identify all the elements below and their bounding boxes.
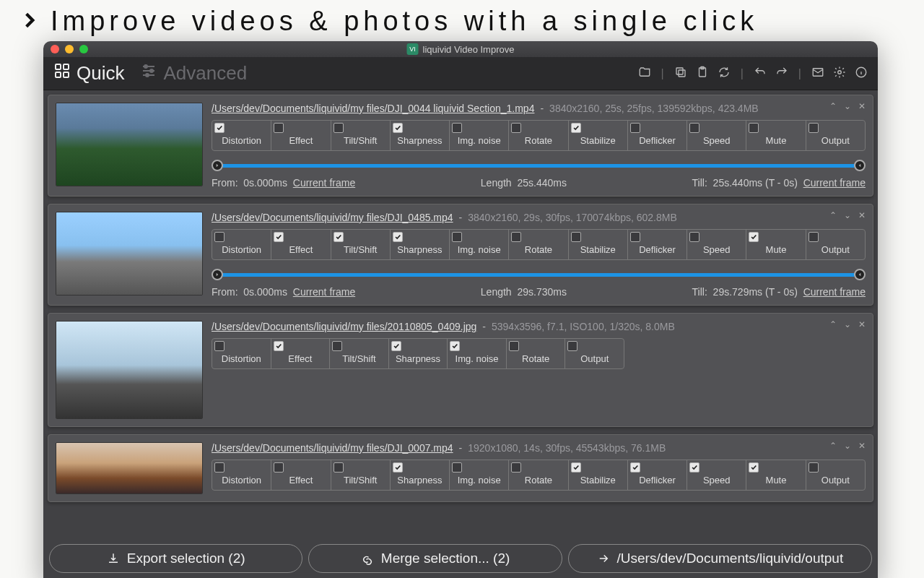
checkbox[interactable] (808, 462, 819, 473)
checkbox[interactable] (808, 123, 819, 133)
timeline[interactable] (212, 269, 866, 280)
option-effect[interactable]: Effect (271, 460, 331, 490)
option-imgnoise[interactable]: Img. noise (450, 460, 509, 490)
close-icon[interactable]: ✕ (858, 101, 866, 111)
timeline-handle-end[interactable] (854, 269, 866, 280)
option-sharpness[interactable]: Sharpness (391, 121, 450, 150)
checkbox[interactable] (214, 341, 225, 351)
option-speed[interactable]: Speed (687, 121, 746, 150)
option-deflicker[interactable]: Deflicker (628, 230, 687, 259)
option-tiltshift[interactable]: Tilt/Shift (331, 230, 391, 259)
checkbox[interactable] (689, 123, 699, 133)
option-effect[interactable]: Effect (271, 230, 331, 259)
paste-icon[interactable] (696, 66, 709, 82)
option-tiltshift[interactable]: Tilt/Shift (331, 460, 391, 490)
option-imgnoise[interactable]: Img. noise (450, 121, 509, 150)
option-stabilize[interactable]: Stabilize (569, 230, 628, 259)
checkbox[interactable] (749, 123, 759, 133)
timeline-handle-start[interactable] (212, 160, 223, 171)
tab-advanced[interactable]: Advanced (140, 62, 247, 85)
option-rotate[interactable]: Rotate (509, 121, 568, 150)
zoom-window-icon[interactable] (79, 45, 88, 53)
checkbox[interactable] (452, 462, 462, 473)
option-tiltshift[interactable]: Tilt/Shift (330, 339, 389, 368)
current-frame-link[interactable]: Current frame (803, 286, 866, 298)
thumbnail[interactable] (56, 442, 203, 494)
option-effect[interactable]: Effect (271, 121, 331, 150)
media-card[interactable]: ⌃ ⌄ ✕ /Users/dev/Documents/liquivid/my f… (48, 313, 873, 427)
redo-icon[interactable] (775, 66, 788, 82)
folder-open-icon[interactable] (638, 66, 651, 82)
media-card[interactable]: ⌃ ⌄ ✕ /Users/dev/Documents/liquivid/my f… (48, 204, 873, 306)
option-distortion[interactable]: Distortion (212, 230, 271, 259)
collapse-up-icon[interactable]: ⌃ (829, 319, 837, 329)
option-deflicker[interactable]: Deflicker (628, 460, 687, 490)
option-output[interactable]: Output (806, 230, 865, 259)
checkbox[interactable] (214, 232, 225, 242)
checkbox[interactable] (630, 462, 640, 473)
option-output[interactable]: Output (806, 460, 865, 490)
close-icon[interactable]: ✕ (858, 210, 866, 220)
option-distortion[interactable]: Distortion (212, 121, 271, 150)
mail-icon[interactable] (811, 66, 824, 82)
close-icon[interactable]: ✕ (858, 319, 866, 329)
checkbox[interactable] (214, 123, 225, 133)
checkbox[interactable] (511, 462, 521, 473)
thumbnail[interactable] (56, 212, 203, 296)
checkbox[interactable] (630, 232, 640, 242)
option-deflicker[interactable]: Deflicker (628, 121, 687, 150)
checkbox[interactable] (450, 341, 460, 351)
undo-icon[interactable] (754, 66, 767, 82)
option-sharpness[interactable]: Sharpness (391, 460, 450, 490)
refresh-icon[interactable] (718, 66, 731, 82)
checkbox[interactable] (274, 462, 284, 473)
info-icon[interactable] (855, 66, 868, 82)
timeline[interactable] (212, 160, 866, 171)
checkbox[interactable] (571, 232, 581, 242)
checkbox[interactable] (571, 123, 581, 133)
checkbox[interactable] (332, 341, 342, 351)
option-output[interactable]: Output (565, 339, 624, 368)
checkbox[interactable] (274, 341, 284, 351)
checkbox[interactable] (452, 123, 462, 133)
option-imgnoise[interactable]: Img. noise (448, 339, 507, 368)
checkbox[interactable] (630, 123, 640, 133)
option-output[interactable]: Output (806, 121, 865, 150)
checkbox[interactable] (808, 232, 819, 242)
merge-selection-button[interactable]: Merge selection... (2) (308, 544, 562, 573)
current-frame-link[interactable]: Current frame (293, 177, 355, 189)
file-path-link[interactable]: /Users/dev/Documents/liquivid/my files/D… (212, 212, 453, 223)
tab-quick[interactable]: Quick (53, 62, 124, 85)
expand-down-icon[interactable]: ⌄ (844, 319, 851, 329)
checkbox[interactable] (689, 232, 699, 242)
option-rotate[interactable]: Rotate (509, 460, 568, 490)
option-speed[interactable]: Speed (687, 230, 746, 259)
option-speed[interactable]: Speed (687, 460, 746, 490)
current-frame-link[interactable]: Current frame (803, 177, 866, 189)
copy-icon[interactable] (674, 66, 687, 82)
checkbox[interactable] (334, 123, 344, 133)
checkbox[interactable] (749, 462, 759, 473)
checkbox[interactable] (511, 123, 521, 133)
checkbox[interactable] (391, 341, 401, 351)
checkbox[interactable] (274, 123, 284, 133)
checkbox[interactable] (393, 462, 403, 473)
option-mute[interactable]: Mute (746, 460, 806, 490)
option-imgnoise[interactable]: Img. noise (450, 230, 509, 259)
export-selection-button[interactable]: Export selection (2) (49, 544, 302, 573)
checkbox[interactable] (509, 341, 519, 351)
option-mute[interactable]: Mute (746, 121, 806, 150)
gear-icon[interactable] (833, 66, 846, 82)
checkbox[interactable] (571, 462, 581, 473)
checkbox[interactable] (567, 341, 578, 351)
checkbox[interactable] (334, 462, 344, 473)
close-window-icon[interactable] (51, 45, 59, 53)
option-rotate[interactable]: Rotate (507, 339, 566, 368)
option-distortion[interactable]: Distortion (212, 460, 271, 490)
checkbox[interactable] (393, 123, 403, 133)
option-rotate[interactable]: Rotate (509, 230, 568, 259)
option-sharpness[interactable]: Sharpness (391, 230, 450, 259)
traffic-lights[interactable] (51, 45, 88, 53)
checkbox[interactable] (511, 232, 521, 242)
file-path-link[interactable]: /Users/dev/Documents/liquivid/my files/D… (212, 442, 453, 454)
